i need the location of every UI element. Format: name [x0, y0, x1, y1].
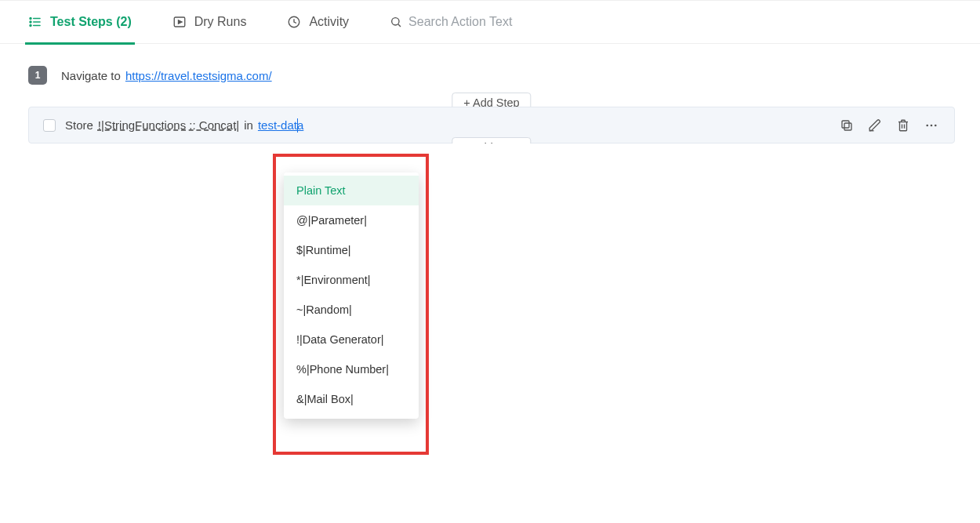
tab-test-steps[interactable]: Test Steps (2)	[28, 0, 132, 44]
clock-icon	[287, 15, 301, 29]
search-input[interactable]	[408, 15, 565, 29]
test-data-token[interactable]: test-data	[258, 118, 303, 132]
svg-point-16	[926, 124, 928, 126]
edit-icon[interactable]	[868, 118, 882, 133]
search-icon	[390, 16, 402, 28]
search-wrap	[390, 15, 565, 29]
step-checkbox[interactable]	[43, 119, 56, 132]
delete-icon[interactable]	[896, 118, 910, 133]
svg-rect-12	[842, 121, 849, 128]
function-token[interactable]: !|StringFunctions :: Concat|	[98, 118, 239, 132]
tab-activity[interactable]: Activity	[287, 0, 349, 44]
svg-point-5	[30, 25, 31, 27]
svg-line-10	[398, 24, 401, 27]
tab-label: Activity	[309, 15, 349, 29]
add-step-button-bottom[interactable]: + Add Step	[452, 137, 531, 143]
copy-icon[interactable]	[840, 118, 854, 133]
text-caret	[297, 118, 298, 133]
more-icon[interactable]	[924, 118, 938, 133]
svg-rect-11	[844, 123, 851, 130]
list-icon	[28, 15, 42, 29]
svg-marker-7	[178, 20, 182, 24]
svg-point-4	[30, 21, 31, 23]
store-prefix: Store	[65, 118, 93, 132]
top-tabs: Test Steps (2) Dry Runs Activity	[0, 0, 980, 44]
step-1-row: 1 Navigate to https://travel.testsigma.c…	[28, 66, 955, 85]
tab-label: Dry Runs	[194, 15, 247, 29]
svg-point-17	[931, 124, 933, 126]
tab-label: Test Steps (2)	[50, 15, 132, 29]
svg-point-9	[392, 18, 399, 25]
step-prefix: Navigate to	[61, 69, 121, 82]
step-actions	[840, 118, 938, 133]
in-label: in	[244, 118, 253, 132]
play-box-icon	[172, 15, 187, 29]
step-url-link[interactable]: https://travel.testsigma.com/	[125, 69, 272, 82]
svg-point-3	[30, 18, 31, 20]
step-number-badge: 1	[28, 66, 47, 85]
svg-point-18	[935, 124, 937, 126]
tab-dry-runs[interactable]: Dry Runs	[172, 0, 247, 44]
